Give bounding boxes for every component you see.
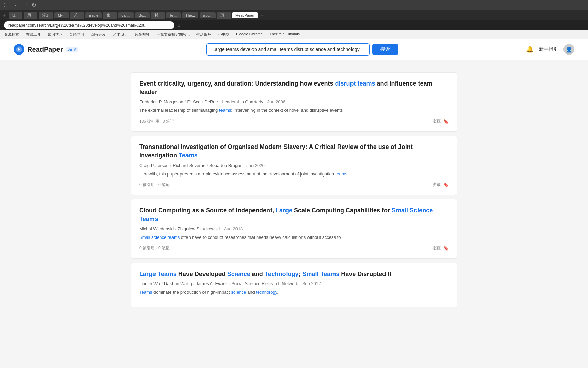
bookmark-english[interactable]: 英语学习 [68, 32, 86, 37]
browser-tab[interactable]: 任... [9, 12, 22, 19]
abstract-link[interactable]: teams [219, 108, 231, 113]
bookmark-life[interactable]: 生活服务 [195, 32, 213, 37]
search-button[interactable]: 搜索 [372, 44, 398, 55]
bookmark-tools[interactable]: 在线工具 [24, 32, 42, 37]
abstract-link[interactable]: Teams [139, 290, 152, 295]
paper-meta: Frederick P. Morgeson / D. Scott DeRue ·… [139, 99, 449, 104]
paper-actions: 收藏 🔖 [432, 182, 449, 188]
paper-journal[interactable]: Leadership Quarterly [222, 99, 263, 104]
paper-stats: 0 被引用 · 0 笔记 [139, 245, 170, 251]
paper-stats: 186 被引用 · 0 笔记 [139, 119, 174, 124]
paper-title-link[interactable]: disrupt teams [335, 80, 375, 87]
paper-actions: 收藏 🔖 [432, 245, 449, 251]
browser-tabs: + 任... 用... 添加 My... 关... Eagle 集... cal… [0, 10, 588, 20]
paper-title-link[interactable]: Small Teams [303, 271, 340, 277]
bookmark-knowledge[interactable]: 知识学习 [46, 32, 64, 37]
paper-journal[interactable]: Social Science Research Network [231, 281, 298, 286]
logo-icon [14, 44, 24, 55]
paper-author[interactable]: Souadou Brogan [209, 163, 243, 168]
notification-bell-icon[interactable]: 🔔 [526, 46, 534, 53]
browser-tab[interactable]: 集... [103, 12, 117, 19]
browser-tab[interactable]: 耗... [151, 12, 165, 19]
paper-author[interactable]: Craig Paterson [139, 163, 169, 168]
browser-tab[interactable]: Bo... [135, 12, 150, 18]
paper-title: Event criticality, urgency, and duration… [139, 79, 449, 96]
paper-author[interactable]: Zbigniew Szadkowski [178, 226, 220, 231]
header-right: 🔔 新手指引 👤 [526, 44, 574, 55]
abstract-link[interactable]: Small science teams [139, 235, 180, 240]
paper-stats: 0 被引用 · 0 笔记 [139, 182, 170, 188]
browser-tab[interactable]: Eagle [85, 12, 102, 18]
collect-button[interactable]: 收藏 [432, 245, 441, 251]
browser-tab[interactable]: 关... [70, 12, 84, 19]
paper-date: Jun 2006 [267, 99, 285, 104]
paper-title: Cloud Computing as a Source of Independe… [139, 206, 449, 223]
bookmark-chrome[interactable]: Google Chrome [235, 32, 264, 37]
paper-footer: 0 被引用 · 0 笔记 收藏 🔖 [139, 182, 449, 188]
paper-author[interactable]: Richard Severns [173, 163, 205, 168]
search-input[interactable] [206, 43, 370, 56]
paper-title-link[interactable]: Teams [179, 152, 198, 159]
user-avatar[interactable]: 👤 [564, 44, 574, 55]
paper-author[interactable]: Lingfei Wu [139, 281, 160, 286]
paper-footer: 0 被引用 · 0 笔记 收藏 🔖 [139, 245, 449, 251]
paper-author[interactable]: James A. Evans [196, 281, 227, 286]
bookmark-thebrain[interactable]: TheBrain Tutorials [268, 32, 301, 37]
logo-area: ReadPaper BETA [14, 44, 78, 55]
new-tab-btn[interactable]: + [3, 12, 6, 18]
paper-meta: Lingfei Wu / Dashun Wang / James A. Evan… [139, 281, 449, 286]
bookmark-resources[interactable]: 资源搜索 [3, 32, 20, 37]
collect-button[interactable]: 收藏 [432, 182, 441, 188]
abstract-link[interactable]: technology [256, 290, 277, 295]
bookmark-art[interactable]: 艺术设计 [112, 32, 129, 37]
refresh-btn[interactable]: ↻ [31, 1, 36, 9]
active-browser-tab[interactable]: ReadPaper [232, 12, 258, 18]
paper-author[interactable]: Michal Wiedenski [139, 226, 174, 231]
bookmark-bookmarks[interactable]: 小书签 [217, 32, 231, 37]
paper-author[interactable]: Dashun Wang [164, 281, 192, 286]
bookmark-article[interactable]: 一篇文章搞定98%... [155, 32, 191, 37]
paper-abstract: The external leadership of selfmanaging … [139, 107, 449, 114]
back-btn[interactable]: ← [14, 2, 20, 9]
bookmark-coding[interactable]: 编程开发 [90, 32, 108, 37]
bookmark-button[interactable]: 🔖 [443, 119, 449, 124]
paper-title-link[interactable]: Technology [265, 271, 299, 277]
paper-card: Transnational Investigation of Organised… [131, 136, 457, 195]
address-input[interactable] [4, 21, 174, 29]
browser-tab[interactable]: cali... [118, 12, 134, 18]
browser-tab[interactable]: abc... [200, 12, 216, 18]
browser-tab[interactable]: My... [54, 12, 69, 18]
guide-button[interactable]: 新手指引 [539, 46, 558, 52]
paper-title: Large Teams Have Developed Science and T… [139, 270, 449, 278]
browser-tab[interactable]: 用... [24, 12, 37, 19]
collect-button[interactable]: 收藏 [432, 118, 441, 124]
abstract-link[interactable]: science [231, 290, 246, 295]
browser-tab[interactable]: 添加 [39, 12, 53, 19]
paper-card: Large Teams Have Developed Science and T… [131, 263, 457, 307]
paper-title-link[interactable]: Large [276, 207, 292, 214]
bookmark-music[interactable]: 音乐视频 [133, 32, 151, 37]
search-area: 搜索 [206, 43, 398, 56]
bookmark-button[interactable]: 🔖 [443, 246, 449, 251]
paper-card: Event criticality, urgency, and duration… [131, 72, 457, 132]
browser-tab[interactable]: Tel... [166, 12, 181, 18]
paper-meta: Craig Paterson / Richard Severns / Souad… [139, 163, 449, 168]
paper-abstract: Small science teams often have to conduc… [139, 234, 449, 241]
star-icon[interactable]: ☆ [177, 22, 181, 28]
paper-actions: 收藏 🔖 [432, 118, 449, 124]
search-results: Event criticality, urgency, and duration… [131, 65, 457, 318]
forward-btn[interactable]: → [22, 2, 29, 9]
browser-tab[interactable]: The... [182, 12, 198, 18]
abstract-link[interactable]: teams [336, 171, 347, 177]
add-tab-btn[interactable]: + [261, 12, 264, 18]
paper-title-link[interactable]: Science [227, 271, 250, 277]
browser-tab[interactable]: 万... [217, 12, 231, 19]
bookmark-button[interactable]: 🔖 [443, 182, 449, 187]
browser-chrome: ⋮⋮ ← → ↻ [0, 0, 588, 10]
paper-title-link[interactable]: Large Teams [139, 271, 177, 277]
paper-date: Jun 2020 [246, 163, 265, 168]
paper-author[interactable]: D. Scott DeRue [187, 99, 218, 104]
paper-abstract: Teams dominate the production of high-im… [139, 289, 449, 296]
paper-author[interactable]: Frederick P. Morgeson [139, 99, 183, 104]
paper-card: Cloud Computing as a Source of Independe… [131, 199, 457, 258]
